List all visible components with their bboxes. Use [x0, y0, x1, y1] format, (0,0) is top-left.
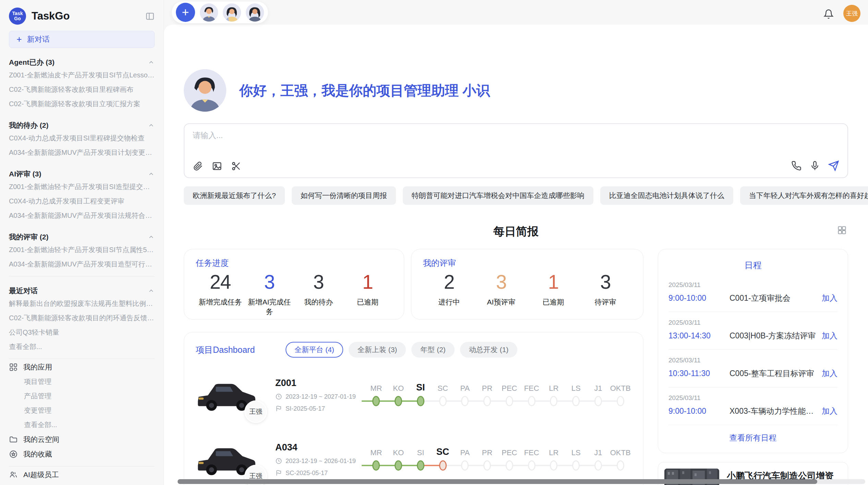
image-icon[interactable]: [212, 161, 222, 171]
milestone[interactable]: FEC: [520, 445, 543, 474]
milestone-label: PA: [460, 445, 470, 457]
microphone-icon[interactable]: [810, 161, 820, 171]
milestone[interactable]: PA: [454, 381, 476, 409]
recent-chat-list: 解释最新出台的欧盟报废车法规再生塑料比例被调至15%...C02-飞腾新能源轻客…: [9, 296, 155, 354]
milestone-dot: [617, 396, 624, 406]
team-member-avatar[interactable]: [246, 3, 264, 22]
dashboard-tab[interactable]: 动总开发 (1): [460, 342, 518, 358]
schedule-join-link[interactable]: 加入: [822, 331, 837, 341]
milestone[interactable]: MR: [365, 445, 387, 474]
milestone[interactable]: KO: [387, 381, 410, 409]
sidebar-item-help-write[interactable]: 帮我写作: [9, 482, 155, 485]
schedule-list: 2025/03/11 9:00-10:00 C001-立项审批会 加入 2025…: [668, 274, 837, 425]
milestone-label: LS: [571, 381, 581, 393]
sidebar-collapse-icon[interactable]: [145, 12, 155, 21]
milestone[interactable]: OKTB: [609, 381, 631, 409]
horizontal-scrollbar-thumb[interactable]: [178, 479, 817, 484]
sidebar-item-cloud-space[interactable]: 我的云空间: [9, 432, 155, 447]
ai-review-list: Z001-全新燃油轻卡产品开发项目SI造型提交物评审C0X4-动力总成开发项目工…: [9, 179, 155, 223]
app-sub-item[interactable]: 项目管理: [9, 374, 155, 389]
team-member-avatar[interactable]: [200, 3, 218, 22]
sidebar-task-item[interactable]: Z001-全新燃油轻卡产品开发项目SI节点属性5D文件评审: [9, 242, 155, 257]
milestone[interactable]: MR: [365, 381, 387, 409]
milestone[interactable]: OKTB: [609, 445, 631, 474]
phone-icon[interactable]: [791, 161, 801, 171]
horizontal-scrollbar-track[interactable]: [178, 479, 865, 484]
app-sub-item[interactable]: 产品管理: [9, 389, 155, 403]
section-header-my-todo[interactable]: 我的待办 (2): [9, 120, 155, 131]
main-surface: 你好，王强，我是你的项目管理助理 小识 欧洲新规最近颁布了什么?如何写一份清晰的…: [164, 25, 868, 485]
suggestion-chip[interactable]: 如何写一份清晰的项目周报: [292, 186, 396, 205]
sidebar-task-item[interactable]: C0X4-动力总成开发项目SI里程碑提交物检查: [9, 131, 155, 145]
milestone[interactable]: FEC: [520, 381, 543, 409]
schedule-join-link[interactable]: 加入: [822, 406, 837, 416]
milestone[interactable]: PA: [454, 445, 476, 474]
section-header-ai-review[interactable]: AI评审 (3): [9, 169, 155, 179]
sidebar-task-item[interactable]: A034-全新新能源MUV产品开发项目造型可行性评审: [9, 257, 155, 271]
chevron-up-icon: [148, 171, 155, 177]
milestone[interactable]: SI: [410, 445, 432, 474]
paperclip-icon[interactable]: [193, 161, 203, 171]
top-toolbar: [171, 1, 268, 24]
sidebar-item-favorites[interactable]: 我的收藏: [9, 447, 155, 461]
suggestion-chip[interactable]: 比亚迪全固态电池计划具体说了什么: [600, 186, 733, 205]
new-chat-button[interactable]: 新对话: [9, 31, 155, 48]
task-progress-card: 任务进度 24 新增完成任务 3 新增AI完成任务 3 我的待办: [184, 249, 404, 320]
milestone[interactable]: KO: [387, 445, 410, 474]
milestone[interactable]: PEC: [498, 381, 521, 409]
milestone[interactable]: LR: [543, 445, 565, 474]
recent-chat-item[interactable]: 解释最新出台的欧盟报废车法规再生塑料比例被调至15%...: [9, 296, 155, 311]
schedule-join-link[interactable]: 加入: [822, 368, 837, 379]
milestone[interactable]: J1: [587, 381, 610, 409]
milestone[interactable]: SI: [410, 381, 432, 409]
section-header-my-review[interactable]: 我的评审 (2): [9, 232, 155, 242]
recent-chat-item[interactable]: C02-飞腾新能源轻客改款项目的闭环通告反馈情况: [9, 311, 155, 325]
layout-grid-icon[interactable]: [837, 225, 847, 235]
sidebar-task-item[interactable]: Z001-全新燃油轻卡产品开发项目SI造型提交物评审: [9, 179, 155, 194]
scissors-icon[interactable]: [231, 161, 241, 171]
milestone[interactable]: LS: [565, 445, 587, 474]
chat-input[interactable]: [193, 131, 839, 140]
milestone[interactable]: LS: [565, 381, 587, 409]
milestone[interactable]: J1: [587, 445, 610, 474]
milestone[interactable]: SC: [432, 445, 454, 474]
app-sub-item[interactable]: 查看全部...: [9, 418, 155, 432]
team-member-avatar[interactable]: [223, 3, 241, 22]
milestone[interactable]: PR: [476, 381, 498, 409]
milestone[interactable]: SC: [432, 381, 454, 409]
sidebar-item-ai-staff[interactable]: AI超级员工: [9, 467, 155, 482]
section-header-agent-done[interactable]: Agent已办 (3): [9, 57, 155, 68]
cloud-space-label: 我的云空间: [23, 435, 59, 444]
notification-bell-icon[interactable]: [823, 9, 834, 19]
sidebar-task-item[interactable]: C02-飞腾新能源轻客改款项目里程碑画布: [9, 82, 155, 97]
milestone[interactable]: LR: [543, 381, 565, 409]
recent-chat-item[interactable]: 查看全部...: [9, 339, 155, 354]
schedule-join-link[interactable]: 加入: [822, 293, 837, 303]
project-row[interactable]: 王强 A034 2023-12-19 ~ 2026-01-19 SC-2025-…: [196, 432, 631, 485]
send-icon[interactable]: [828, 160, 839, 171]
recent-chat-item[interactable]: 公司Q3轻卡销量: [9, 325, 155, 339]
assistant-avatar: [184, 69, 226, 112]
view-all-schedule-link[interactable]: 查看所有日程: [668, 425, 837, 446]
dashboard-tab[interactable]: 全新上装 (3): [349, 342, 406, 358]
sidebar-task-item[interactable]: C02-飞腾新能源轻客改款项目立项汇报方案: [9, 97, 155, 111]
milestone[interactable]: PEC: [498, 445, 521, 474]
suggestion-chip[interactable]: 特朗普可能对进口汽车增税会对中国车企造成哪些影响: [403, 186, 593, 205]
add-member-button[interactable]: [176, 3, 195, 22]
sidebar-task-item[interactable]: A034-全新新能源MUV产品开发项目计划变更表编写: [9, 145, 155, 160]
project-row[interactable]: 王强 Z001 2023-12-19 ~ 2027-01-19 SI-2025-…: [196, 368, 631, 422]
sidebar-item-my-apps[interactable]: 我的应用: [9, 360, 155, 374]
suggestion-chip[interactable]: 当下年轻人对汽车外观有怎样的喜好趋势: [740, 186, 868, 205]
sidebar-task-item[interactable]: Z001-全新燃油皮卡产品开发项目SI节点Lesson Learn报告: [9, 68, 155, 82]
schedule-entry: 2025/03/11 9:00-10:00 C001-立项审批会 加入: [668, 274, 837, 312]
dashboard-tab[interactable]: 全新平台 (4): [286, 342, 343, 358]
dashboard-tab[interactable]: 年型 (2): [411, 342, 455, 358]
user-avatar[interactable]: 王强: [843, 5, 860, 22]
section-header-recent-chats[interactable]: 最近对话: [9, 285, 155, 296]
sidebar-task-item[interactable]: C0X4-动力总成开发项目工程变更评审: [9, 194, 155, 208]
milestone[interactable]: PR: [476, 445, 498, 474]
input-attachment-tools: [193, 161, 241, 171]
sidebar-task-item[interactable]: A034-全新新能源MUV产品开发项目法规符合性评审: [9, 208, 155, 223]
suggestion-chip[interactable]: 欧洲新规最近颁布了什么?: [184, 186, 285, 205]
app-sub-item[interactable]: 变更管理: [9, 403, 155, 418]
